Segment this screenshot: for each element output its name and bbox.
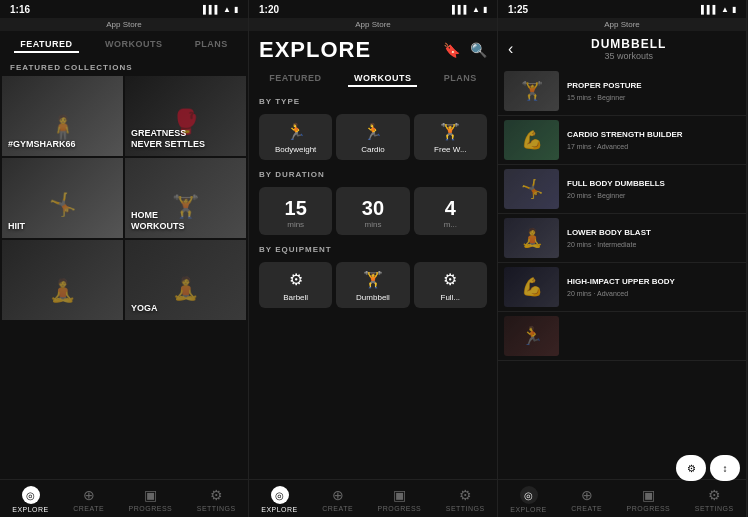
status-bar-1: 1:16 ▌▌▌ ▲ ▮ bbox=[0, 0, 248, 18]
panel3-title-area: DUMBBELL 35 workouts bbox=[521, 37, 736, 61]
card-hiit-label: HIIT bbox=[8, 221, 25, 232]
duration-other-num: 4 bbox=[445, 197, 456, 220]
bottom-nav-3: ◎ EXPLORE ⊕ CREATE ▣ PROGRESS ⚙ SETTINGS bbox=[498, 479, 746, 517]
nav-explore-label-3: EXPLORE bbox=[510, 506, 547, 513]
panel-explore: 1:20 ▌▌▌ ▲ ▮ App Store EXPLORE 🔖 🔍 FEATU… bbox=[249, 0, 498, 517]
duration-15[interactable]: 15 mins bbox=[259, 187, 332, 235]
card-home-label: HOMEWORKOUTS bbox=[131, 210, 185, 232]
nav-settings-label-2: SETTINGS bbox=[446, 505, 485, 512]
filter-order-button[interactable]: ↕ bbox=[710, 455, 740, 481]
duration-other[interactable]: 4 m... bbox=[414, 187, 487, 235]
equipment-dumbbell[interactable]: 🏋 Dumbbell bbox=[336, 262, 409, 308]
card-hiit[interactable]: 🤸 HIIT bbox=[2, 158, 123, 238]
nav-explore-3[interactable]: ◎ EXPLORE bbox=[510, 486, 547, 513]
workout-thumb-1: 🏋 bbox=[504, 71, 559, 111]
card-greatness[interactable]: 🥊 GREATNESSNEVER SETTLES bbox=[125, 76, 246, 156]
time-2: 1:20 bbox=[259, 4, 279, 15]
signal-icon: ▌▌▌ bbox=[203, 5, 220, 14]
explore-icon-3: ◎ bbox=[520, 486, 538, 504]
nav-settings-2[interactable]: ⚙ SETTINGS bbox=[446, 487, 485, 512]
barbell-label: Barbell bbox=[283, 293, 308, 302]
workout-list: 🏋 PROPER POSTURE 15 mins · Beginner 💪 CA… bbox=[498, 67, 746, 479]
free-icon: 🏋 bbox=[440, 122, 460, 141]
workout-meta-5: 20 mins · Advanced bbox=[567, 290, 740, 297]
battery-icon: ▮ bbox=[234, 5, 238, 14]
search-icon[interactable]: 🔍 bbox=[470, 42, 487, 58]
bottom-nav-1: ◎ EXPLORE ⊕ CREATE ▣ PROGRESS ⚙ SETTINGS bbox=[0, 479, 248, 517]
tab-featured-2[interactable]: FEATURED bbox=[263, 71, 327, 87]
card-greatness-label: GREATNESSNEVER SETTLES bbox=[131, 128, 205, 150]
nav-progress-2[interactable]: ▣ PROGRESS bbox=[378, 487, 422, 512]
duration-cards: 15 mins 30 mins 4 m... bbox=[249, 183, 497, 239]
card-gymshark-label: #GYMSHARK66 bbox=[8, 139, 76, 150]
full-label: Full... bbox=[441, 293, 461, 302]
workout-meta-3: 20 mins · Beginner bbox=[567, 192, 740, 199]
filter-sort-button[interactable]: ⚙ bbox=[676, 455, 706, 481]
type-bodyweight[interactable]: 🏃 Bodyweight bbox=[259, 114, 332, 160]
nav-create-1[interactable]: ⊕ CREATE bbox=[73, 487, 104, 512]
bookmark-icon[interactable]: 🔖 bbox=[443, 42, 460, 58]
status-icons-1: ▌▌▌ ▲ ▮ bbox=[203, 5, 238, 14]
workout-info-5: HIGH-IMPACT UPPER BODY 20 mins · Advance… bbox=[567, 277, 740, 296]
dumbbell-icon: 🏋 bbox=[363, 270, 383, 289]
workout-item-4[interactable]: 🧘 LOWER BODY BLAST 20 mins · Intermediat… bbox=[498, 214, 746, 263]
nav-progress-1[interactable]: ▣ PROGRESS bbox=[129, 487, 173, 512]
barbell-icon: ⚙ bbox=[289, 270, 303, 289]
wifi-icon-3: ▲ bbox=[721, 5, 729, 14]
nav-settings-3[interactable]: ⚙ SETTINGS bbox=[695, 487, 734, 512]
nav-explore-2[interactable]: ◎ EXPLORE bbox=[261, 486, 298, 513]
nav-create-3[interactable]: ⊕ CREATE bbox=[571, 487, 602, 512]
nav-create-label-3: CREATE bbox=[571, 505, 602, 512]
duration-30[interactable]: 30 mins bbox=[336, 187, 409, 235]
explore-icon-1: ◎ bbox=[22, 486, 40, 504]
type-cardio[interactable]: 🏃 Cardio bbox=[336, 114, 409, 160]
workout-item-1[interactable]: 🏋 PROPER POSTURE 15 mins · Beginner bbox=[498, 67, 746, 116]
equipment-full[interactable]: ⚙ Full... bbox=[414, 262, 487, 308]
card-yoga[interactable]: 🧘 bbox=[2, 240, 123, 320]
duration-30-num: 30 bbox=[362, 197, 384, 220]
duration-15-num: 15 bbox=[285, 197, 307, 220]
battery-icon-3: ▮ bbox=[732, 5, 736, 14]
nav-progress-label-3: PROGRESS bbox=[627, 505, 671, 512]
equipment-barbell[interactable]: ⚙ Barbell bbox=[259, 262, 332, 308]
workout-info-4: LOWER BODY BLAST 20 mins · Intermediate bbox=[567, 228, 740, 247]
nav-explore-1[interactable]: ◎ EXPLORE bbox=[12, 486, 49, 513]
nav-progress-3[interactable]: ▣ PROGRESS bbox=[627, 487, 671, 512]
bodyweight-icon: 🏃 bbox=[286, 122, 306, 141]
explore-header: EXPLORE 🔖 🔍 bbox=[249, 31, 497, 65]
panel-featured: 1:16 ▌▌▌ ▲ ▮ App Store FEATURED WORKOUTS… bbox=[0, 0, 249, 517]
card-extra[interactable]: 🧘 YOGA bbox=[125, 240, 246, 320]
header-icons: 🔖 🔍 bbox=[443, 42, 487, 58]
status-icons-3: ▌▌▌ ▲ ▮ bbox=[701, 5, 736, 14]
duration-15-unit: mins bbox=[287, 220, 304, 229]
cardio-label: Cardio bbox=[361, 145, 385, 154]
workout-item-6[interactable]: 🏃 bbox=[498, 312, 746, 361]
workout-item-5[interactable]: 💪 HIGH-IMPACT UPPER BODY 20 mins · Advan… bbox=[498, 263, 746, 312]
sort-icon: ↕ bbox=[723, 463, 728, 474]
tab-workouts-2[interactable]: WORKOUTS bbox=[348, 71, 418, 87]
status-bar-3: 1:25 ▌▌▌ ▲ ▮ bbox=[498, 0, 746, 18]
tab-plans-2[interactable]: PLANS bbox=[438, 71, 483, 87]
nav-explore-label-1: EXPLORE bbox=[12, 506, 49, 513]
create-icon-3: ⊕ bbox=[581, 487, 593, 503]
type-free[interactable]: 🏋 Free W... bbox=[414, 114, 487, 160]
nav-create-2[interactable]: ⊕ CREATE bbox=[322, 487, 353, 512]
by-duration-label: BY DURATION bbox=[249, 164, 497, 183]
tab-plans-1[interactable]: PLANS bbox=[189, 37, 234, 53]
card-home[interactable]: 🏋 HOMEWORKOUTS bbox=[125, 158, 246, 238]
workout-item-2[interactable]: 💪 CARDIO STRENGTH BUILDER 17 mins · Adva… bbox=[498, 116, 746, 165]
workout-item-3[interactable]: 🤸 FULL BODY DUMBBELLS 20 mins · Beginner bbox=[498, 165, 746, 214]
tab-workouts-1[interactable]: WORKOUTS bbox=[99, 37, 169, 53]
free-label: Free W... bbox=[434, 145, 466, 154]
tab-featured-1[interactable]: FEATURED bbox=[14, 37, 78, 53]
workout-thumb-4: 🧘 bbox=[504, 218, 559, 258]
nav-settings-1[interactable]: ⚙ SETTINGS bbox=[197, 487, 236, 512]
wifi-icon: ▲ bbox=[223, 5, 231, 14]
workout-thumb-3: 🤸 bbox=[504, 169, 559, 209]
back-button[interactable]: ‹ bbox=[508, 40, 513, 58]
card-gymshark[interactable]: 🧍 #GYMSHARK66 bbox=[2, 76, 123, 156]
create-icon-2: ⊕ bbox=[332, 487, 344, 503]
nav-settings-label-3: SETTINGS bbox=[695, 505, 734, 512]
featured-collections-label: FEATURED COLLECTIONS bbox=[0, 57, 248, 76]
workout-info-6 bbox=[567, 335, 740, 337]
